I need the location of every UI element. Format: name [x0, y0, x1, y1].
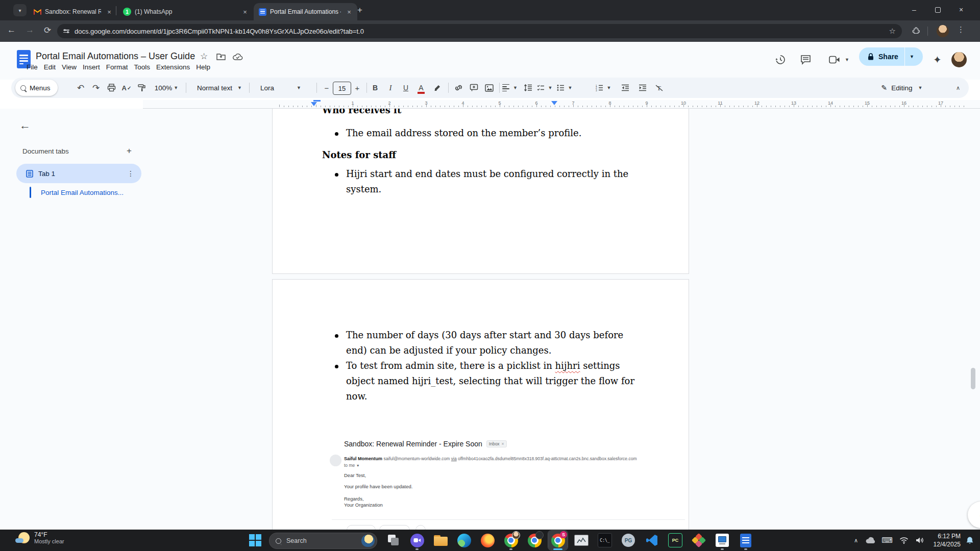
star-icon[interactable]: ☆	[200, 51, 208, 62]
italic-button[interactable]: I	[384, 78, 397, 98]
menu-help[interactable]: Help	[193, 62, 213, 72]
menu-tools[interactable]: Tools	[131, 62, 154, 72]
close-tab-icon[interactable]: ×	[105, 8, 113, 16]
taskbar-icon-chrome-profile2[interactable]	[525, 531, 544, 550]
window-maximize-button[interactable]	[926, 0, 949, 19]
tab-options-icon[interactable]: ⋮	[127, 169, 134, 178]
comments-icon[interactable]	[800, 55, 811, 67]
browser-tab-gmail[interactable]: Sandbox: Renewal Reminder - E ×	[30, 3, 117, 20]
menu-insert[interactable]: Insert	[80, 62, 103, 72]
decrease-indent-icon[interactable]	[618, 78, 633, 98]
font-size-input[interactable]: 15	[333, 82, 351, 95]
clear-formatting-icon[interactable]: T	[651, 78, 667, 98]
menus-search-button[interactable]: Menus	[15, 80, 58, 96]
new-tab-button[interactable]: +	[357, 5, 362, 15]
notification-bell-icon[interactable]	[963, 530, 977, 551]
hide-menus-chevron-icon[interactable]: ∧	[950, 78, 966, 98]
right-indent-marker[interactable]	[551, 101, 557, 105]
document-title[interactable]: Portal Email Automations – User Guide	[36, 51, 195, 62]
address-bar[interactable]: docs.google.com/document/d/1jpc3R6Cmpii0…	[57, 24, 902, 38]
close-tab-icon[interactable]: ×	[241, 8, 249, 16]
share-dropdown-icon[interactable]: ▼	[910, 54, 914, 59]
taskbar-icon-video-app[interactable]	[407, 531, 427, 550]
add-comment-icon[interactable]	[467, 78, 481, 98]
editing-mode-select[interactable]: ✎ Editing ▼	[874, 78, 930, 98]
menu-file[interactable]: File	[23, 62, 41, 72]
taskbar-icon-postgresql[interactable]: PG	[619, 531, 638, 550]
menu-edit[interactable]: Edit	[41, 62, 59, 72]
outline-item[interactable]: Portal Email Automations...	[41, 189, 124, 196]
share-button[interactable]: Share ▼	[859, 47, 923, 66]
taskbar-icon-task-view[interactable]	[384, 531, 403, 550]
taskbar-icon-chrome-profile1[interactable]	[501, 531, 521, 550]
tray-chevron-up-icon[interactable]: ∧	[850, 530, 862, 551]
version-history-icon[interactable]	[775, 54, 786, 67]
taskbar-icon-firefox[interactable]	[478, 531, 497, 550]
line-spacing-icon[interactable]	[521, 78, 535, 98]
wifi-icon[interactable]	[897, 530, 911, 551]
menu-format[interactable]: Format	[103, 62, 131, 72]
add-tab-button[interactable]: +	[127, 146, 132, 156]
site-info-icon[interactable]	[63, 30, 69, 33]
touch-keyboard-icon[interactable]: ⌨	[880, 530, 894, 551]
browser-profile-avatar[interactable]	[937, 25, 949, 37]
doc-page-1[interactable]: Who receives it The email address stored…	[272, 109, 689, 274]
text-color-button[interactable]: A	[414, 78, 428, 98]
paragraph-style-select[interactable]: Normal text▼	[193, 78, 248, 98]
undo-icon[interactable]: ↶	[74, 78, 88, 98]
back-arrow-icon[interactable]: ←	[19, 119, 31, 132]
menu-view[interactable]: View	[59, 62, 80, 72]
bookmark-star-icon[interactable]: ☆	[889, 27, 896, 36]
forward-icon[interactable]: →	[26, 25, 34, 35]
cloud-status-icon[interactable]	[233, 53, 243, 63]
taskbar-icon-taskpro[interactable]	[713, 531, 732, 550]
tab-search-icon[interactable]: ▾	[13, 4, 27, 16]
horizontal-ruler[interactable]: 1234567891011121314151617	[143, 100, 980, 109]
taskbar-icon-edge[interactable]	[454, 531, 474, 550]
gemini-sparkle-icon[interactable]: ✦	[933, 54, 942, 66]
doc-page-2[interactable]: The number of days (30 days after start …	[272, 279, 689, 530]
onedrive-cloud-icon[interactable]	[864, 530, 877, 551]
bulleted-list-button[interactable]: ▼	[555, 78, 574, 98]
close-tab-icon[interactable]: ×	[345, 8, 353, 16]
font-size-decrease[interactable]: −	[321, 78, 333, 98]
print-icon[interactable]	[104, 78, 118, 98]
taskbar-icon-file-explorer[interactable]	[431, 531, 450, 550]
extensions-icon[interactable]	[912, 26, 921, 37]
first-line-indent-marker[interactable]	[313, 100, 321, 102]
weather-widget[interactable]: 74°F Mostly clear	[15, 531, 64, 545]
align-button[interactable]: ▼	[501, 78, 519, 98]
taskbar-icon-terminal[interactable]: C:\_	[595, 531, 615, 550]
browser-menu-icon[interactable]: ⋮	[957, 25, 965, 34]
increase-indent-icon[interactable]	[635, 78, 650, 98]
window-close-button[interactable]: ×	[949, 0, 973, 19]
taskbar-icon-system-monitor[interactable]	[572, 531, 591, 550]
reload-icon[interactable]: ⟳	[44, 25, 51, 36]
browser-tab-docs-active[interactable]: Portal Email Automations – Use ×	[254, 3, 357, 20]
bold-button[interactable]: B	[369, 78, 382, 98]
insert-link-icon[interactable]	[451, 78, 465, 98]
collapse-side-panel-button[interactable]: ‹	[968, 502, 980, 528]
start-button[interactable]	[249, 534, 261, 546]
checklist-button[interactable]: ▼	[536, 78, 553, 98]
font-size-increase[interactable]: +	[351, 78, 363, 98]
taskbar-icon-chrome-active[interactable]: S	[548, 531, 568, 550]
taskbar-icon-writer-doc[interactable]	[736, 531, 755, 550]
numbered-list-button[interactable]: 123 ▼	[594, 78, 612, 98]
taskbar-icon-dev-app[interactable]	[689, 531, 708, 550]
insert-image-icon[interactable]	[482, 78, 496, 98]
redo-icon[interactable]: ↷	[89, 78, 103, 98]
taskbar-search-box[interactable]: Search	[269, 533, 377, 549]
zoom-select[interactable]: 100%▼	[153, 78, 180, 98]
highlight-color-button[interactable]	[431, 78, 444, 98]
spellcheck-icon[interactable]: A✓	[119, 78, 134, 98]
browser-tab-whatsapp[interactable]: 1 (1) WhatsApp ×	[119, 3, 253, 20]
tray-clock[interactable]: 6:12 PM 12/4/2025	[930, 532, 961, 548]
account-avatar[interactable]	[951, 52, 967, 67]
window-minimize-button[interactable]: –	[902, 0, 926, 19]
back-icon[interactable]: ←	[7, 25, 16, 35]
vertical-scrollbar-thumb[interactable]	[971, 368, 975, 389]
meet-video-button[interactable]: ▼	[829, 56, 849, 64]
volume-icon[interactable]	[913, 530, 927, 551]
taskbar-icon-vscode[interactable]	[642, 531, 662, 550]
